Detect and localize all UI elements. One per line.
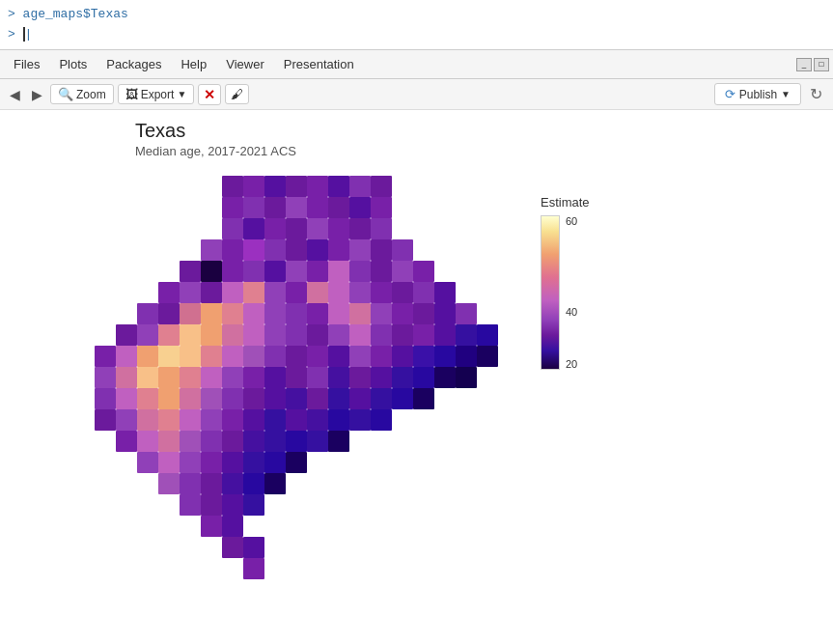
svg-rect-156: [286, 409, 307, 431]
svg-rect-93: [477, 324, 498, 346]
menu-bar: Files Plots Packages Help Viewer Present…: [0, 50, 833, 79]
refresh-button[interactable]: ↻: [805, 83, 827, 105]
svg-rect-35: [201, 261, 222, 282]
svg-rect-63: [201, 303, 222, 324]
export-button[interactable]: 🖼 Export ▼: [118, 84, 195, 104]
viewer-main: Texas Median age, 2017-2021 ACS: [0, 110, 833, 644]
svg-rect-119: [222, 367, 243, 388]
plot-subtitle: Median age, 2017-2021 ACS: [135, 144, 296, 158]
svg-rect-49: [222, 282, 243, 303]
menu-packages[interactable]: Packages: [97, 54, 171, 74]
console-line-2: > |: [8, 25, 825, 45]
minimize-button[interactable]: _: [796, 58, 812, 71]
svg-rect-150: [158, 409, 180, 431]
svg-rect-40: [307, 261, 328, 282]
forward-button[interactable]: ▶: [28, 85, 46, 104]
svg-rect-143: [349, 388, 371, 409]
svg-rect-92: [456, 324, 477, 346]
svg-rect-125: [349, 367, 371, 388]
svg-rect-118: [201, 367, 222, 388]
svg-rect-27: [264, 239, 286, 261]
legend-label-60: 60: [566, 215, 577, 227]
legend-gradient: [541, 215, 560, 370]
publish-button[interactable]: ⟳ Publish ▼: [714, 83, 801, 105]
svg-rect-23: [371, 218, 392, 239]
svg-rect-113: [95, 367, 116, 388]
svg-rect-94: [95, 346, 116, 367]
svg-rect-193: [243, 537, 264, 558]
svg-rect-51: [264, 282, 286, 303]
svg-rect-180: [158, 473, 180, 494]
svg-rect-100: [222, 346, 243, 367]
menu-files[interactable]: Files: [4, 54, 49, 74]
svg-rect-48: [201, 282, 222, 303]
svg-rect-140: [286, 388, 307, 409]
svg-rect-89: [392, 324, 413, 346]
svg-rect-112: [477, 346, 498, 367]
svg-rect-106: [349, 346, 371, 367]
svg-rect-162: [137, 431, 158, 452]
publish-chevron: ▼: [781, 89, 791, 99]
brush-button[interactable]: 🖌: [225, 84, 249, 104]
svg-rect-151: [180, 409, 201, 431]
svg-rect-99: [201, 346, 222, 367]
svg-rect-38: [264, 261, 286, 282]
svg-rect-9: [243, 197, 264, 218]
svg-rect-90: [413, 324, 434, 346]
svg-rect-87: [349, 324, 371, 346]
svg-rect-189: [243, 494, 264, 516]
svg-rect-64: [222, 303, 243, 324]
svg-rect-68: [307, 303, 328, 324]
legend-label-20: 20: [566, 358, 577, 370]
svg-rect-157: [307, 409, 328, 431]
svg-rect-121: [264, 367, 286, 388]
svg-rect-111: [456, 346, 477, 367]
svg-rect-31: [349, 239, 371, 261]
svg-rect-83: [264, 324, 286, 346]
legend: Estimate 60 40 20: [541, 195, 590, 374]
plot-title: Texas: [135, 120, 185, 142]
legend-labels: 60 40 20: [566, 215, 577, 370]
back-button[interactable]: ◀: [6, 85, 24, 104]
svg-rect-2: [264, 176, 286, 197]
svg-rect-43: [371, 261, 392, 282]
svg-rect-20: [307, 218, 328, 239]
zoom-button[interactable]: 🔍 Zoom: [50, 84, 114, 104]
clear-icon: ✕: [204, 87, 215, 102]
svg-rect-29: [307, 239, 328, 261]
texas-counties: [95, 176, 498, 579]
clear-button[interactable]: ✕: [198, 84, 221, 105]
menu-viewer[interactable]: Viewer: [216, 54, 274, 74]
maximize-button[interactable]: □: [814, 58, 829, 71]
svg-rect-192: [222, 537, 243, 558]
svg-rect-155: [264, 409, 286, 431]
menu-help[interactable]: Help: [171, 54, 216, 74]
menu-presentation[interactable]: Presentation: [274, 54, 364, 74]
svg-rect-127: [392, 367, 413, 388]
svg-rect-98: [180, 346, 201, 367]
texas-choropleth-svg: [39, 166, 512, 581]
menu-plots[interactable]: Plots: [49, 54, 97, 74]
svg-rect-72: [392, 303, 413, 324]
svg-rect-114: [116, 367, 137, 388]
svg-rect-28: [286, 239, 307, 261]
action-toolbar: ◀ ▶ 🔍 Zoom 🖼 Export ▼ ✕ 🖌 ⟳ Publish ▼ ↻: [0, 79, 833, 110]
svg-rect-67: [286, 303, 307, 324]
svg-rect-47: [180, 282, 201, 303]
export-chevron: ▼: [177, 89, 186, 99]
window-controls: _ □: [796, 58, 829, 71]
svg-rect-88: [371, 324, 392, 346]
svg-rect-97: [158, 346, 180, 367]
svg-rect-21: [328, 218, 349, 239]
svg-rect-164: [180, 431, 201, 452]
svg-rect-126: [371, 367, 392, 388]
svg-rect-174: [180, 452, 201, 473]
svg-rect-46: [158, 282, 180, 303]
svg-rect-123: [307, 367, 328, 388]
svg-rect-77: [137, 324, 158, 346]
svg-rect-57: [392, 282, 413, 303]
svg-rect-172: [137, 452, 158, 473]
svg-rect-16: [222, 218, 243, 239]
svg-rect-190: [201, 516, 222, 537]
svg-rect-70: [349, 303, 371, 324]
